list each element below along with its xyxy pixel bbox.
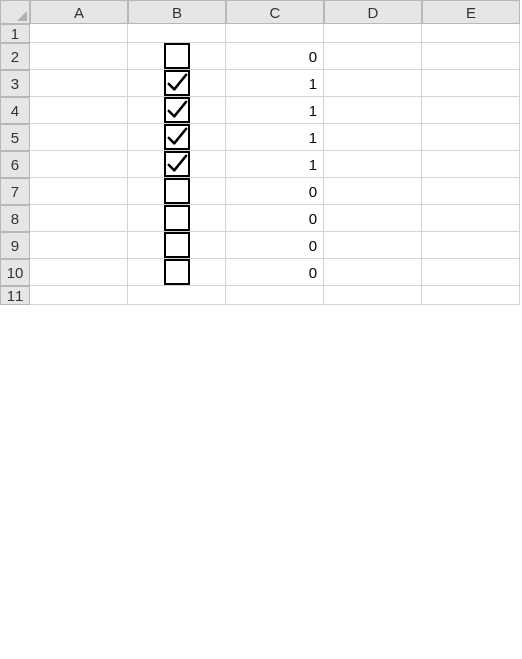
cell-c10[interactable]: 0 (226, 259, 324, 286)
cell-a10[interactable] (30, 259, 128, 286)
cell-c6[interactable]: 1 (226, 151, 324, 178)
checkbox-unchecked[interactable] (164, 43, 190, 69)
check-icon (166, 99, 188, 121)
checkbox-wrap (128, 259, 225, 285)
check-icon (166, 153, 188, 175)
cell-a1[interactable] (30, 24, 128, 43)
cell-a8[interactable] (30, 205, 128, 232)
cell-b8[interactable] (128, 205, 226, 232)
checkbox-unchecked[interactable] (164, 178, 190, 204)
cell-e8[interactable] (422, 205, 520, 232)
cell-d6[interactable] (324, 151, 422, 178)
checkbox-wrap (128, 205, 225, 231)
column-header-a[interactable]: A (30, 0, 128, 24)
cell-e6[interactable] (422, 151, 520, 178)
check-icon (166, 72, 188, 94)
cell-d3[interactable] (324, 70, 422, 97)
cell-a2[interactable] (30, 43, 128, 70)
cell-b3[interactable] (128, 70, 226, 97)
cell-value: 0 (309, 237, 317, 254)
cell-e11[interactable] (422, 286, 520, 305)
cell-c4[interactable]: 1 (226, 97, 324, 124)
cell-c8[interactable]: 0 (226, 205, 324, 232)
cell-b11[interactable] (128, 286, 226, 305)
cell-e3[interactable] (422, 70, 520, 97)
checkbox-unchecked[interactable] (164, 205, 190, 231)
cell-a9[interactable] (30, 232, 128, 259)
cell-b4[interactable] (128, 97, 226, 124)
cell-value: 1 (309, 129, 317, 146)
checkbox-checked[interactable] (164, 151, 190, 177)
cell-d10[interactable] (324, 259, 422, 286)
checkbox-unchecked[interactable] (164, 232, 190, 258)
cell-a7[interactable] (30, 178, 128, 205)
cell-d9[interactable] (324, 232, 422, 259)
cell-d11[interactable] (324, 286, 422, 305)
cell-b10[interactable] (128, 259, 226, 286)
cell-e2[interactable] (422, 43, 520, 70)
checkbox-wrap (128, 232, 225, 258)
row-header-8[interactable]: 8 (0, 205, 30, 232)
cell-value: 1 (309, 156, 317, 173)
cell-e9[interactable] (422, 232, 520, 259)
cell-e4[interactable] (422, 97, 520, 124)
checkbox-wrap (128, 124, 225, 150)
check-icon (166, 126, 188, 148)
cell-a5[interactable] (30, 124, 128, 151)
cell-b5[interactable] (128, 124, 226, 151)
cell-b6[interactable] (128, 151, 226, 178)
row-header-3[interactable]: 3 (0, 70, 30, 97)
cell-d8[interactable] (324, 205, 422, 232)
cell-d5[interactable] (324, 124, 422, 151)
cell-b7[interactable] (128, 178, 226, 205)
checkbox-checked[interactable] (164, 97, 190, 123)
cell-value: 1 (309, 75, 317, 92)
cell-a3[interactable] (30, 70, 128, 97)
cell-c2[interactable]: 0 (226, 43, 324, 70)
cell-b2[interactable] (128, 43, 226, 70)
cell-c7[interactable]: 0 (226, 178, 324, 205)
cell-d7[interactable] (324, 178, 422, 205)
cell-value: 1 (309, 102, 317, 119)
cell-c3[interactable]: 1 (226, 70, 324, 97)
checkbox-wrap (128, 178, 225, 204)
cell-value: 0 (309, 210, 317, 227)
row-header-9[interactable]: 9 (0, 232, 30, 259)
cell-c9[interactable]: 0 (226, 232, 324, 259)
cell-value: 0 (309, 48, 317, 65)
select-all-corner[interactable] (0, 0, 30, 24)
cell-a11[interactable] (30, 286, 128, 305)
checkbox-wrap (128, 43, 225, 69)
cell-c1[interactable] (226, 24, 324, 43)
column-header-c[interactable]: C (226, 0, 324, 24)
checkbox-checked[interactable] (164, 70, 190, 96)
checkbox-unchecked[interactable] (164, 259, 190, 285)
column-header-d[interactable]: D (324, 0, 422, 24)
row-header-4[interactable]: 4 (0, 97, 30, 124)
row-header-6[interactable]: 6 (0, 151, 30, 178)
cell-e1[interactable] (422, 24, 520, 43)
cell-value: 0 (309, 183, 317, 200)
cell-d2[interactable] (324, 43, 422, 70)
row-header-5[interactable]: 5 (0, 124, 30, 151)
column-header-e[interactable]: E (422, 0, 520, 24)
cell-a4[interactable] (30, 97, 128, 124)
row-header-2[interactable]: 2 (0, 43, 30, 70)
cell-e7[interactable] (422, 178, 520, 205)
cell-e5[interactable] (422, 124, 520, 151)
cell-b1[interactable] (128, 24, 226, 43)
row-header-10[interactable]: 10 (0, 259, 30, 286)
row-header-11[interactable]: 11 (0, 286, 30, 305)
cell-a6[interactable] (30, 151, 128, 178)
checkbox-wrap (128, 70, 225, 96)
cell-c11[interactable] (226, 286, 324, 305)
cell-e10[interactable] (422, 259, 520, 286)
row-header-1[interactable]: 1 (0, 24, 30, 43)
cell-c5[interactable]: 1 (226, 124, 324, 151)
checkbox-checked[interactable] (164, 124, 190, 150)
column-header-b[interactable]: B (128, 0, 226, 24)
cell-d1[interactable] (324, 24, 422, 43)
cell-d4[interactable] (324, 97, 422, 124)
row-header-7[interactable]: 7 (0, 178, 30, 205)
cell-b9[interactable] (128, 232, 226, 259)
